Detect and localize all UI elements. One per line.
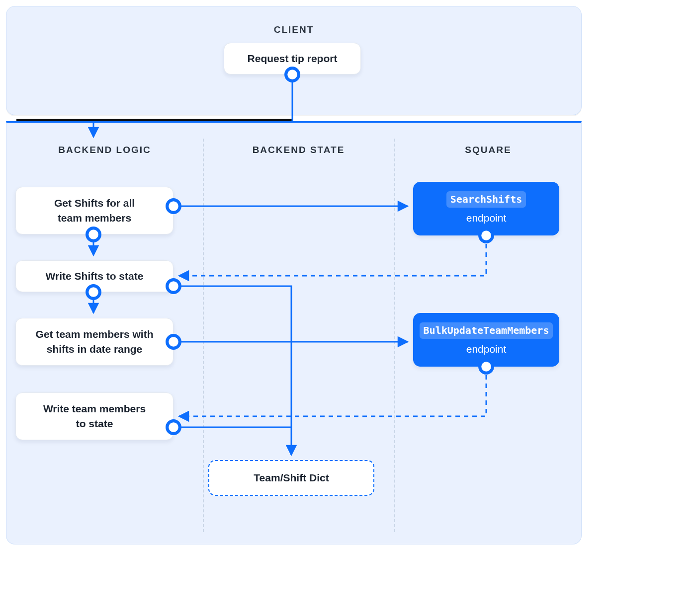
column-divider-2 (394, 139, 395, 532)
node-text-line1: Get Shifts for all (54, 196, 135, 211)
node-request-tip-report: Request tip report (224, 43, 361, 75)
backend-state-label: BACKEND STATE (203, 145, 394, 155)
square-label: SQUARE (394, 145, 582, 155)
node-text: Request tip report (248, 51, 338, 66)
node-text-line2: shifts in date range (47, 342, 143, 357)
node-text: endpoint (466, 211, 507, 226)
code-pill: SearchShifts (446, 191, 526, 208)
node-write-team-members: Write team members to state (15, 392, 174, 440)
node-bulk-update-endpoint: BulkUpdateTeamMembers endpoint (413, 313, 559, 367)
node-get-team-members: Get team members with shifts in date ran… (15, 318, 174, 366)
node-text: Team/Shift Dict (254, 470, 329, 485)
client-section-label: CLIENT (6, 24, 581, 35)
node-team-shift-dict: Team/Shift Dict (208, 460, 374, 496)
node-write-shifts: Write Shifts to state (15, 260, 174, 292)
node-text-line1: Write team members (43, 401, 146, 416)
node-text: endpoint (466, 342, 507, 357)
node-text-line2: to state (76, 416, 113, 431)
column-divider-1 (203, 139, 204, 532)
node-text-line1: Get team members with (36, 327, 154, 342)
node-search-shifts-endpoint: SearchShifts endpoint (413, 182, 559, 235)
node-get-shifts: Get Shifts for all team members (15, 187, 174, 234)
code-pill: BulkUpdateTeamMembers (420, 322, 553, 339)
node-text: Write Shifts to state (46, 269, 144, 284)
node-text-line2: team members (58, 211, 131, 226)
backend-logic-label: BACKEND LOGIC (6, 145, 203, 155)
